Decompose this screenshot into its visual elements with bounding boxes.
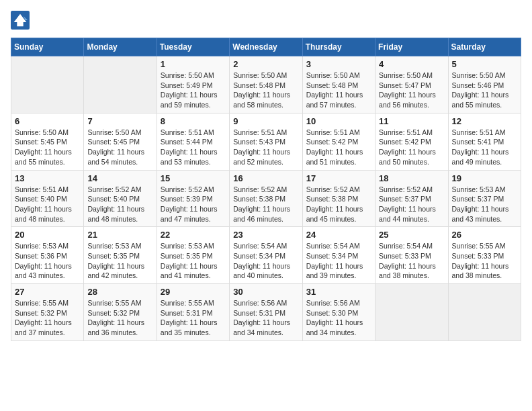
day-info: Sunrise: 5:55 AM Sunset: 5:33 PM Dayligh… bbox=[452, 241, 517, 281]
calendar-cell: 15Sunrise: 5:52 AM Sunset: 5:39 PM Dayli… bbox=[157, 170, 229, 227]
day-number: 20 bbox=[15, 230, 80, 240]
weekday-header: Thursday bbox=[302, 38, 375, 56]
day-number: 1 bbox=[161, 59, 226, 69]
day-info: Sunrise: 5:54 AM Sunset: 5:33 PM Dayligh… bbox=[379, 241, 444, 281]
day-info: Sunrise: 5:53 AM Sunset: 5:36 PM Dayligh… bbox=[15, 241, 80, 281]
calendar-cell: 27Sunrise: 5:55 AM Sunset: 5:32 PM Dayli… bbox=[11, 284, 84, 341]
calendar-week-row: 20Sunrise: 5:53 AM Sunset: 5:36 PM Dayli… bbox=[11, 227, 521, 284]
day-info: Sunrise: 5:50 AM Sunset: 5:49 PM Dayligh… bbox=[161, 71, 226, 110]
day-info: Sunrise: 5:53 AM Sunset: 5:37 PM Dayligh… bbox=[452, 185, 517, 224]
calendar-cell: 9Sunrise: 5:51 AM Sunset: 5:43 PM Daylig… bbox=[230, 113, 302, 170]
calendar-week-row: 1Sunrise: 5:50 AM Sunset: 5:49 PM Daylig… bbox=[11, 56, 521, 113]
calendar-cell bbox=[84, 56, 157, 113]
day-number: 27 bbox=[15, 287, 80, 297]
day-info: Sunrise: 5:51 AM Sunset: 5:40 PM Dayligh… bbox=[15, 185, 80, 224]
calendar-cell: 6Sunrise: 5:50 AM Sunset: 5:45 PM Daylig… bbox=[11, 113, 84, 170]
calendar-cell: 20Sunrise: 5:53 AM Sunset: 5:36 PM Dayli… bbox=[11, 227, 84, 284]
day-number: 2 bbox=[233, 59, 298, 69]
calendar-cell: 13Sunrise: 5:51 AM Sunset: 5:40 PM Dayli… bbox=[11, 170, 84, 227]
calendar-cell: 11Sunrise: 5:51 AM Sunset: 5:42 PM Dayli… bbox=[375, 113, 448, 170]
day-info: Sunrise: 5:56 AM Sunset: 5:31 PM Dayligh… bbox=[233, 298, 298, 338]
day-info: Sunrise: 5:50 AM Sunset: 5:48 PM Dayligh… bbox=[233, 71, 298, 110]
day-info: Sunrise: 5:51 AM Sunset: 5:42 PM Dayligh… bbox=[379, 128, 444, 167]
day-info: Sunrise: 5:50 AM Sunset: 5:48 PM Dayligh… bbox=[306, 71, 371, 110]
calendar-cell bbox=[448, 284, 521, 341]
day-number: 30 bbox=[233, 287, 298, 297]
day-info: Sunrise: 5:56 AM Sunset: 5:30 PM Dayligh… bbox=[306, 298, 371, 338]
day-info: Sunrise: 5:52 AM Sunset: 5:40 PM Dayligh… bbox=[87, 185, 152, 224]
weekday-header: Wednesday bbox=[230, 38, 302, 56]
calendar-cell: 1Sunrise: 5:50 AM Sunset: 5:49 PM Daylig… bbox=[157, 56, 229, 113]
calendar-cell: 5Sunrise: 5:50 AM Sunset: 5:46 PM Daylig… bbox=[448, 56, 521, 113]
day-number: 10 bbox=[306, 116, 371, 126]
day-info: Sunrise: 5:55 AM Sunset: 5:32 PM Dayligh… bbox=[15, 298, 80, 338]
day-number: 21 bbox=[87, 230, 152, 240]
day-info: Sunrise: 5:51 AM Sunset: 5:41 PM Dayligh… bbox=[452, 128, 517, 167]
day-number: 9 bbox=[233, 116, 298, 126]
day-info: Sunrise: 5:50 AM Sunset: 5:47 PM Dayligh… bbox=[379, 71, 444, 110]
calendar-cell: 28Sunrise: 5:55 AM Sunset: 5:32 PM Dayli… bbox=[84, 284, 157, 341]
weekday-header: Friday bbox=[375, 38, 448, 56]
day-info: Sunrise: 5:52 AM Sunset: 5:38 PM Dayligh… bbox=[233, 185, 298, 224]
calendar-cell: 18Sunrise: 5:52 AM Sunset: 5:37 PM Dayli… bbox=[375, 170, 448, 227]
calendar-cell bbox=[375, 284, 448, 341]
calendar-cell: 10Sunrise: 5:51 AM Sunset: 5:42 PM Dayli… bbox=[302, 113, 375, 170]
calendar-cell: 12Sunrise: 5:51 AM Sunset: 5:41 PM Dayli… bbox=[448, 113, 521, 170]
weekday-header: Saturday bbox=[448, 38, 521, 56]
calendar-cell: 23Sunrise: 5:54 AM Sunset: 5:34 PM Dayli… bbox=[230, 227, 302, 284]
day-info: Sunrise: 5:52 AM Sunset: 5:39 PM Dayligh… bbox=[161, 185, 226, 224]
calendar-cell: 30Sunrise: 5:56 AM Sunset: 5:31 PM Dayli… bbox=[230, 284, 302, 341]
day-number: 8 bbox=[161, 116, 226, 126]
day-info: Sunrise: 5:53 AM Sunset: 5:35 PM Dayligh… bbox=[87, 241, 152, 281]
day-number: 4 bbox=[379, 59, 444, 69]
calendar-cell: 17Sunrise: 5:52 AM Sunset: 5:38 PM Dayli… bbox=[302, 170, 375, 227]
day-number: 25 bbox=[379, 230, 444, 240]
calendar-table: SundayMondayTuesdayWednesdayThursdayFrid… bbox=[11, 38, 521, 341]
calendar-cell: 19Sunrise: 5:53 AM Sunset: 5:37 PM Dayli… bbox=[448, 170, 521, 227]
weekday-header: Monday bbox=[84, 38, 157, 56]
day-info: Sunrise: 5:52 AM Sunset: 5:37 PM Dayligh… bbox=[379, 185, 444, 224]
day-info: Sunrise: 5:51 AM Sunset: 5:42 PM Dayligh… bbox=[306, 128, 371, 167]
day-info: Sunrise: 5:55 AM Sunset: 5:32 PM Dayligh… bbox=[87, 298, 152, 338]
calendar-cell: 7Sunrise: 5:50 AM Sunset: 5:45 PM Daylig… bbox=[84, 113, 157, 170]
calendar-cell: 3Sunrise: 5:50 AM Sunset: 5:48 PM Daylig… bbox=[302, 56, 375, 113]
day-info: Sunrise: 5:52 AM Sunset: 5:38 PM Dayligh… bbox=[306, 185, 371, 224]
day-info: Sunrise: 5:50 AM Sunset: 5:46 PM Dayligh… bbox=[452, 71, 517, 110]
day-info: Sunrise: 5:54 AM Sunset: 5:34 PM Dayligh… bbox=[233, 241, 298, 281]
day-number: 6 bbox=[15, 116, 80, 126]
calendar-week-row: 27Sunrise: 5:55 AM Sunset: 5:32 PM Dayli… bbox=[11, 284, 521, 341]
day-number: 22 bbox=[161, 230, 226, 240]
day-number: 28 bbox=[87, 287, 152, 297]
day-number: 12 bbox=[452, 116, 517, 126]
calendar-cell: 14Sunrise: 5:52 AM Sunset: 5:40 PM Dayli… bbox=[84, 170, 157, 227]
calendar-cell: 29Sunrise: 5:55 AM Sunset: 5:31 PM Dayli… bbox=[157, 284, 229, 341]
calendar-cell: 16Sunrise: 5:52 AM Sunset: 5:38 PM Dayli… bbox=[230, 170, 302, 227]
calendar-week-row: 13Sunrise: 5:51 AM Sunset: 5:40 PM Dayli… bbox=[11, 170, 521, 227]
calendar-cell bbox=[11, 56, 84, 113]
day-number: 13 bbox=[15, 173, 80, 183]
day-info: Sunrise: 5:54 AM Sunset: 5:34 PM Dayligh… bbox=[306, 241, 371, 281]
day-number: 29 bbox=[161, 287, 226, 297]
day-number: 11 bbox=[379, 116, 444, 126]
page-header bbox=[11, 11, 521, 30]
calendar-cell: 2Sunrise: 5:50 AM Sunset: 5:48 PM Daylig… bbox=[230, 56, 302, 113]
calendar-header-row: SundayMondayTuesdayWednesdayThursdayFrid… bbox=[11, 38, 521, 56]
day-number: 7 bbox=[87, 116, 152, 126]
logo bbox=[11, 11, 32, 30]
calendar-cell: 21Sunrise: 5:53 AM Sunset: 5:35 PM Dayli… bbox=[84, 227, 157, 284]
day-info: Sunrise: 5:53 AM Sunset: 5:35 PM Dayligh… bbox=[161, 241, 226, 281]
day-number: 24 bbox=[306, 230, 371, 240]
day-number: 3 bbox=[306, 59, 371, 69]
calendar-cell: 8Sunrise: 5:51 AM Sunset: 5:44 PM Daylig… bbox=[157, 113, 229, 170]
day-info: Sunrise: 5:55 AM Sunset: 5:31 PM Dayligh… bbox=[161, 298, 226, 338]
weekday-header: Tuesday bbox=[157, 38, 229, 56]
calendar-week-row: 6Sunrise: 5:50 AM Sunset: 5:45 PM Daylig… bbox=[11, 113, 521, 170]
day-number: 17 bbox=[306, 173, 371, 183]
day-number: 15 bbox=[161, 173, 226, 183]
day-info: Sunrise: 5:51 AM Sunset: 5:43 PM Dayligh… bbox=[233, 128, 298, 167]
calendar-cell: 26Sunrise: 5:55 AM Sunset: 5:33 PM Dayli… bbox=[448, 227, 521, 284]
day-number: 19 bbox=[452, 173, 517, 183]
day-info: Sunrise: 5:50 AM Sunset: 5:45 PM Dayligh… bbox=[87, 128, 152, 167]
calendar-cell: 24Sunrise: 5:54 AM Sunset: 5:34 PM Dayli… bbox=[302, 227, 375, 284]
day-info: Sunrise: 5:51 AM Sunset: 5:44 PM Dayligh… bbox=[161, 128, 226, 167]
